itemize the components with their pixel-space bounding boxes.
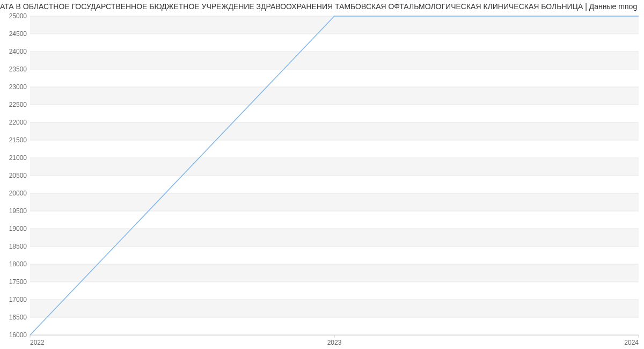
x-tick-label: 2023 [327, 339, 342, 346]
y-tick-label: 19000 [9, 225, 27, 232]
chart-area: 1600016500170001750018000185001900019500… [0, 13, 644, 349]
y-tick-label: 21000 [9, 154, 27, 162]
y-tick-label: 25000 [9, 13, 27, 20]
y-tick-label: 20000 [9, 190, 27, 197]
grid-band [30, 158, 639, 176]
grid-band [30, 229, 639, 246]
grid-band [30, 193, 639, 211]
grid-band [30, 300, 639, 317]
y-tick-label: 24000 [9, 48, 27, 55]
y-tick-label: 22000 [9, 119, 27, 126]
y-tick-label: 23000 [9, 83, 27, 91]
y-tick-label: 21500 [9, 136, 27, 144]
y-tick-label: 16500 [9, 314, 27, 321]
y-tick-label: 20500 [9, 172, 27, 179]
y-tick-label: 22500 [9, 101, 27, 108]
chart-svg: 1600016500170001750018000185001900019500… [0, 13, 644, 349]
y-tick-label: 19500 [9, 207, 27, 215]
y-tick-label: 18500 [9, 243, 27, 250]
y-tick-label: 23500 [9, 66, 27, 73]
grid-band [30, 52, 639, 69]
y-tick-label: 16000 [9, 331, 27, 339]
x-tick-label: 2024 [624, 339, 639, 346]
y-tick-label: 18000 [9, 260, 27, 268]
x-tick-label: 2022 [30, 339, 45, 346]
grid-band [30, 264, 639, 282]
y-tick-label: 17500 [9, 278, 27, 286]
chart-title: АТА В ОБЛАСТНОЕ ГОСУДАРСТВЕННОЕ БЮДЖЕТНО… [0, 2, 644, 11]
y-tick-label: 17000 [9, 296, 27, 303]
grid-band [30, 87, 639, 105]
y-tick-label: 24500 [9, 30, 27, 38]
grid-band [30, 16, 639, 34]
grid-band [30, 122, 639, 140]
